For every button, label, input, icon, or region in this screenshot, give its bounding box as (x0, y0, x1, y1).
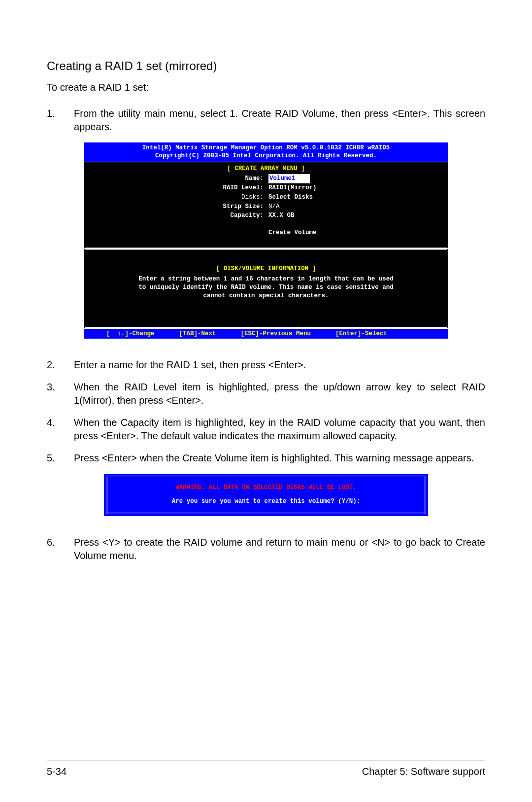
step-text: When the Capacity item is highlighted, k… (74, 416, 485, 443)
list-item: 3. When the RAID Level item is highlight… (47, 381, 485, 407)
step-list: 1. From the utility main menu, select 1.… (47, 107, 485, 134)
list-item: 2. Enter a name for the RAID 1 set, then… (47, 358, 485, 372)
step-number: 6. (47, 536, 74, 562)
footer-enter-hint: [Enter]-Select (335, 330, 387, 337)
warning-dialog: WARNING: ALL DATA ON SELECTED DISKS WILL… (104, 474, 428, 516)
page-number: 5-34 (47, 766, 66, 777)
capacity-label: Capacity: (165, 211, 264, 220)
strip-size-field: N/A (268, 202, 367, 211)
bios-footer: [ ↑↓]-Change [TAB]-Next [ESC]-Previous M… (84, 329, 448, 339)
chapter-label: Chapter 5: Software support (362, 766, 485, 777)
step-number: 2. (47, 358, 74, 372)
step-text: Press <Enter> when the Create Volume ite… (74, 452, 485, 465)
step-list-cont2: 6. Press <Y> to create the RAID volume a… (47, 536, 485, 562)
step-number: 1. (47, 107, 74, 134)
create-volume-button[interactable]: Create Volume (268, 229, 367, 236)
create-array-panel: [ CREATE ARRAY MENU ] Name: Volume1 RAID… (84, 162, 448, 248)
step-number: 4. (47, 416, 74, 443)
strip-size-label: Strip Size: (165, 202, 264, 211)
bios-header-line1: Intel(R) Matrix Storage Manager Option R… (84, 144, 448, 152)
page-footer: 5-34 Chapter 5: Software support (47, 761, 485, 777)
name-label: Name: (165, 174, 264, 183)
help-line: Enter a string between 1 and 16 characte… (99, 275, 433, 283)
step-number: 3. (47, 381, 74, 407)
confirm-prompt[interactable]: Are you sure you want to create this vol… (112, 498, 420, 505)
disk-volume-info-title: [ DISK/VOLUME INFORMATION ] (99, 265, 433, 273)
intro-text: To create a RAID 1 set: (47, 82, 485, 93)
bios-body: [ CREATE ARRAY MENU ] Name: Volume1 RAID… (84, 162, 448, 328)
raid-level-field[interactable]: RAID1(Mirror) (268, 183, 367, 193)
step-text: When the RAID Level item is highlighted,… (74, 381, 485, 407)
bios-header: Intel(R) Matrix Storage Manager Option R… (84, 142, 448, 162)
footer-tab-hint: [TAB]-Next (179, 330, 216, 337)
list-item: 5. Press <Enter> when the Create Volume … (47, 452, 485, 465)
footer-esc-hint: [ESC]-Previous Menu (241, 330, 311, 337)
step-text: From the utility main menu, select 1. Cr… (74, 107, 485, 134)
step-list-cont: 2. Enter a name for the RAID 1 set, then… (47, 358, 485, 465)
help-line: to uniquely identify the RAID volume. Th… (99, 283, 433, 292)
create-array-title: [ CREATE ARRAY MENU ] (95, 165, 437, 172)
list-item: 6. Press <Y> to create the RAID volume a… (47, 536, 485, 562)
step-number: 5. (47, 452, 74, 465)
name-field[interactable]: Volume1 (268, 174, 367, 183)
list-item: 1. From the utility main menu, select 1.… (47, 107, 485, 134)
page: Creating a RAID 1 set (mirrored) To crea… (0, 0, 532, 802)
footer-change-hint: [ ↑↓]-Change (106, 330, 155, 337)
warning-inner: WARNING: ALL DATA ON SELECTED DISKS WILL… (106, 476, 426, 514)
disk-volume-info-panel: [ DISK/VOLUME INFORMATION ] Enter a stri… (84, 248, 448, 329)
disks-field[interactable]: Select Disks (268, 193, 367, 202)
step-text: Enter a name for the RAID 1 set, then pr… (74, 358, 485, 372)
bios-header-line2: Copyright(C) 2003-05 Intel Corporation. … (84, 152, 448, 160)
list-item: 4. When the Capacity item is highlighted… (47, 416, 485, 443)
capacity-field[interactable]: XX.X GB (268, 211, 367, 220)
section-title: Creating a RAID 1 set (mirrored) (47, 59, 485, 73)
warning-text: WARNING: ALL DATA ON SELECTED DISKS WILL… (112, 484, 420, 491)
bios-screenshot: Intel(R) Matrix Storage Manager Option R… (84, 142, 448, 339)
footer-rule (47, 761, 485, 761)
help-line: cannot contain special characters. (99, 292, 433, 300)
step-text: Press <Y> to create the RAID volume and … (74, 536, 485, 562)
disks-label: Disks: (165, 193, 264, 202)
raid-level-label: RAID Level: (165, 183, 264, 193)
